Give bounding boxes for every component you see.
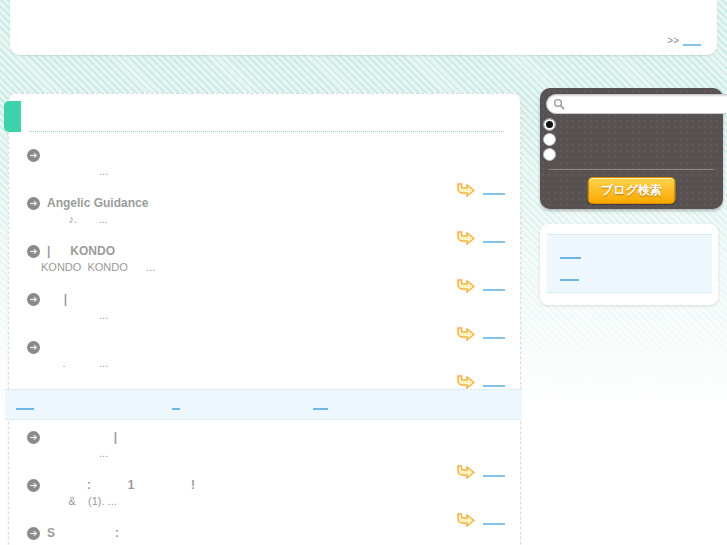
more-prefix: >>: [667, 35, 679, 46]
entry-excerpt: ...: [41, 309, 506, 322]
entry-excerpt: . ...: [41, 357, 506, 370]
results-list: ... Angelic Guidance ♪. ... | KONDO KOND…: [9, 132, 520, 387]
blog-search-panel: ブログ検索: [540, 88, 723, 209]
entry-title[interactable]: |: [47, 293, 506, 306]
arrow-circle-icon: [27, 479, 40, 492]
page-title: [29, 96, 37, 108]
jump-arrow-icon: [456, 231, 475, 245]
sidebar-link[interactable]: [560, 248, 581, 259]
jump-arrow-icon: [456, 513, 475, 527]
panel-tab-marker: [4, 101, 21, 132]
entry-excerpt: ♪. ...: [41, 213, 506, 226]
arrow-circle-icon: [27, 341, 40, 354]
results-header: [29, 94, 504, 132]
arrow-circle-icon: [27, 197, 40, 210]
arrow-circle-icon: [27, 431, 40, 444]
list-item: S :: [31, 527, 506, 540]
list-item: | KONDO KONDO KONDO ...: [31, 245, 506, 291]
entry-title[interactable]: |: [47, 431, 506, 444]
entry-link[interactable]: [483, 232, 505, 243]
arrow-circle-icon: [27, 245, 40, 258]
list-item: Angelic Guidance ♪. ...: [31, 197, 506, 243]
entry-title[interactable]: [47, 341, 506, 354]
list-item: . ...: [31, 341, 506, 387]
arrow-circle-icon: [27, 293, 40, 306]
entry-link[interactable]: [483, 376, 505, 387]
entry-link[interactable]: [483, 184, 505, 195]
entry-title[interactable]: Angelic Guidance: [47, 197, 506, 210]
entry-excerpt: & (1). ...: [41, 495, 506, 508]
jump-arrow-icon: [456, 327, 475, 341]
entry-title[interactable]: S :: [47, 527, 506, 540]
list-item: : 1 ! & (1). ...: [31, 479, 506, 525]
arrow-circle-icon: [27, 149, 40, 162]
entry-title[interactable]: | KONDO: [47, 245, 506, 258]
radio-option-2[interactable]: [543, 133, 556, 146]
pagination-link[interactable]: [313, 399, 328, 410]
entry-link[interactable]: [483, 280, 505, 291]
jump-arrow-icon: [456, 465, 475, 479]
entry-title[interactable]: [47, 149, 506, 162]
entry-link[interactable]: [483, 328, 505, 339]
search-input[interactable]: [546, 94, 727, 114]
entry-link[interactable]: [483, 466, 505, 477]
entry-excerpt: ...: [41, 165, 506, 178]
list-item: | ...: [31, 293, 506, 339]
list-item: | ...: [31, 431, 506, 477]
entry-excerpt: ...: [41, 447, 506, 460]
search-icon: [553, 98, 565, 110]
sidebar-link[interactable]: [560, 270, 579, 281]
pagination-bar: [5, 389, 522, 420]
list-item: ...: [31, 149, 506, 195]
header-more: >>: [667, 35, 701, 46]
entry-title[interactable]: : 1 !: [47, 479, 506, 492]
radio-option-1[interactable]: [543, 118, 556, 131]
pagination-link[interactable]: [16, 399, 34, 410]
blog-search-button[interactable]: ブログ検索: [587, 177, 676, 204]
entry-link[interactable]: [483, 514, 505, 525]
pagination-link[interactable]: [172, 399, 180, 410]
entry-excerpt: KONDO KONDO ...: [41, 261, 506, 274]
sidebar-links-inner: [547, 234, 712, 293]
arrow-circle-icon: [27, 527, 40, 540]
sidebar-links-box: [540, 224, 718, 305]
search-results-panel: ... Angelic Guidance ♪. ... | KONDO KOND…: [8, 93, 521, 545]
results-list-continued: | ... : 1 ! & (1). ...: [9, 431, 520, 540]
jump-arrow-icon: [456, 183, 475, 197]
search-scope-radios: [543, 118, 556, 163]
header-bar: >>: [10, 0, 717, 55]
header-more-link[interactable]: [683, 35, 701, 46]
panel-divider: [549, 169, 714, 170]
radio-option-3[interactable]: [543, 148, 556, 161]
jump-arrow-icon: [456, 375, 475, 389]
jump-arrow-icon: [456, 279, 475, 293]
